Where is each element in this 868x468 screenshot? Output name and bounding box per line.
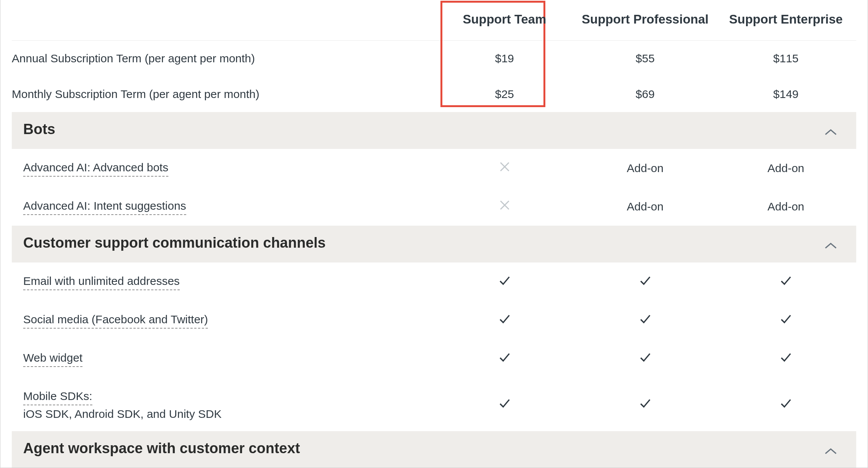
x-icon [499, 162, 510, 175]
annual-label: Annual Subscription Term (per agent per … [12, 41, 434, 77]
check-icon [498, 315, 511, 327]
monthly-enterprise-price: $149 [716, 76, 856, 112]
plan-header-enterprise: Support Enterprise [716, 0, 856, 41]
check-icon [498, 277, 511, 289]
advanced-bots-pro: Add-on [627, 162, 664, 174]
intent-suggestions-label[interactable]: Advanced AI: Intent suggestions [23, 198, 186, 215]
intent-suggestions-pro: Add-on [627, 200, 664, 213]
pricing-comparison-table: Support Team Support Professional Suppor… [12, 0, 856, 468]
check-icon [779, 399, 792, 412]
section-bots-title: Bots [23, 121, 55, 137]
check-icon [639, 353, 652, 366]
check-icon [779, 353, 792, 366]
section-channels[interactable]: Customer support communication channels [12, 226, 856, 262]
row-intent-suggestions: Advanced AI: Intent suggestions Add-on A… [12, 187, 856, 226]
section-bots[interactable]: Bots [12, 112, 856, 149]
chevron-up-icon[interactable] [824, 235, 845, 253]
row-web-widget: Web widget [12, 339, 856, 378]
row-monthly-subscription: Monthly Subscription Term (per agent per… [12, 76, 856, 112]
section-channels-title: Customer support communication channels [23, 235, 326, 251]
x-icon [499, 201, 510, 213]
row-social: Social media (Facebook and Twitter) [12, 301, 856, 339]
section-agent-workspace[interactable]: Agent workspace with customer context [12, 431, 856, 468]
annual-enterprise-price: $115 [716, 41, 856, 77]
monthly-team-price: $25 [434, 76, 575, 112]
mobile-sdks-sub: iOS SDK, Android SDK, and Unity SDK [23, 408, 434, 421]
section-agent-workspace-title: Agent workspace with customer context [23, 440, 300, 456]
check-icon [639, 315, 652, 327]
row-advanced-bots: Advanced AI: Advanced bots Add-on Add-on [12, 149, 856, 187]
check-icon [639, 277, 652, 289]
advanced-bots-label[interactable]: Advanced AI: Advanced bots [23, 160, 168, 177]
email-label[interactable]: Email with unlimited addresses [23, 273, 180, 290]
row-annual-subscription: Annual Subscription Term (per agent per … [12, 41, 856, 77]
advanced-bots-ent: Add-on [768, 162, 805, 174]
feature-header [12, 0, 434, 41]
monthly-professional-price: $69 [575, 76, 715, 112]
row-mobile-sdks: Mobile SDKs: iOS SDK, Android SDK, and U… [12, 378, 856, 431]
mobile-sdks-label[interactable]: Mobile SDKs: [23, 388, 92, 405]
check-icon [498, 399, 511, 412]
chevron-up-icon[interactable] [824, 121, 845, 140]
intent-suggestions-ent: Add-on [768, 200, 805, 213]
annual-team-price: $19 [434, 41, 575, 77]
monthly-label: Monthly Subscription Term (per agent per… [12, 76, 434, 112]
check-icon [639, 399, 652, 412]
row-email: Email with unlimited addresses [12, 262, 856, 301]
web-widget-label[interactable]: Web widget [23, 350, 82, 367]
plan-header-row: Support Team Support Professional Suppor… [12, 0, 856, 41]
check-icon [779, 277, 792, 289]
plan-header-team: Support Team [434, 0, 575, 41]
plan-header-professional: Support Professional [575, 0, 715, 41]
chevron-up-icon[interactable] [824, 440, 845, 459]
annual-professional-price: $55 [575, 41, 715, 77]
social-label[interactable]: Social media (Facebook and Twitter) [23, 311, 208, 329]
check-icon [498, 353, 511, 366]
check-icon [779, 315, 792, 327]
